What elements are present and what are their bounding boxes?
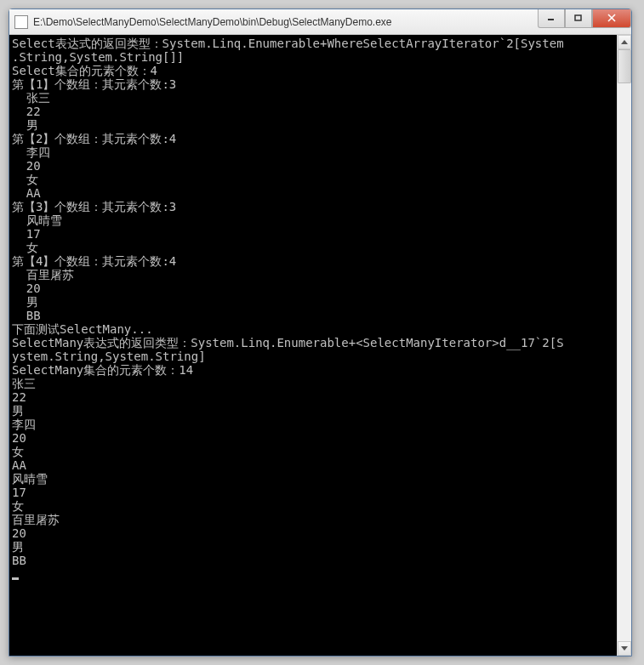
console-line: 20: [12, 281, 614, 295]
console-line: 20: [12, 159, 614, 173]
text-cursor: [12, 577, 19, 580]
close-icon: [607, 13, 617, 23]
maximize-icon: [574, 14, 583, 22]
console-line: 男: [12, 540, 614, 554]
minimize-icon: [547, 14, 556, 22]
chevron-up-icon: [621, 40, 628, 44]
console-line: 风晴雪: [12, 213, 614, 227]
console-line: Select集合的元素个数：4: [12, 64, 614, 77]
console-line: 下面测试SelectMany...: [12, 322, 614, 336]
console-line: 李四: [12, 418, 614, 431]
console-line: AA: [12, 458, 614, 472]
console-line: 男: [12, 118, 614, 132]
console-line: 女: [12, 241, 614, 254]
console-line: 20: [12, 431, 614, 445]
close-button[interactable]: [592, 9, 631, 28]
vertical-scrollbar[interactable]: [617, 35, 631, 656]
scroll-track[interactable]: [618, 49, 631, 641]
console-line: Select表达式的返回类型：System.Linq.Enumerable+Wh…: [12, 37, 614, 50]
console-window: E:\Demo\SelectManyDemo\SelectManyDemo\bi…: [9, 9, 632, 656]
console-line: 22: [12, 105, 614, 118]
console-line: 20: [12, 526, 614, 540]
titlebar[interactable]: E:\Demo\SelectManyDemo\SelectManyDemo\bi…: [9, 9, 631, 35]
chevron-down-icon: [621, 646, 628, 651]
console-line: 李四: [12, 145, 614, 159]
console-output: Select表达式的返回类型：System.Linq.Enumerable+Wh…: [9, 35, 617, 656]
console-line: 第【4】个数组：其元素个数:4: [12, 254, 614, 268]
console-line: 22: [12, 390, 614, 404]
console-line: 女: [12, 445, 614, 458]
console-line: .String,System.String[]]: [12, 50, 614, 64]
scroll-up-button[interactable]: [618, 35, 631, 49]
console-line: 百里屠苏: [12, 513, 614, 526]
app-icon: [14, 15, 28, 29]
console-line: 女: [12, 499, 614, 513]
console-line: 男: [12, 295, 614, 309]
console-body: Select表达式的返回类型：System.Linq.Enumerable+Wh…: [9, 35, 631, 656]
console-line: 男: [12, 404, 614, 418]
console-line: 第【2】个数组：其元素个数:4: [12, 132, 614, 145]
console-line: 张三: [12, 377, 614, 390]
console-line: 张三: [12, 91, 614, 105]
console-line: AA: [12, 186, 614, 200]
scroll-down-button[interactable]: [618, 641, 631, 656]
console-line: BB: [12, 554, 614, 567]
console-line: 风晴雪: [12, 472, 614, 486]
window-title: E:\Demo\SelectManyDemo\SelectManyDemo\bi…: [33, 16, 538, 28]
maximize-button[interactable]: [565, 9, 592, 28]
console-line: SelectMany集合的元素个数：14: [12, 363, 614, 377]
console-line: 第【1】个数组：其元素个数:3: [12, 77, 614, 91]
svg-rect-1: [575, 15, 581, 20]
console-line: 女: [12, 173, 614, 186]
console-line: SelectMany表达式的返回类型：System.Linq.Enumerabl…: [12, 336, 614, 350]
console-line: BB: [12, 309, 614, 322]
console-line: 百里屠苏: [12, 268, 614, 281]
console-line: ystem.String,System.String]: [12, 350, 614, 363]
console-line: 17: [12, 227, 614, 241]
console-line: 第【3】个数组：其元素个数:3: [12, 200, 614, 213]
console-line: 17: [12, 486, 614, 499]
window-controls: [538, 9, 631, 28]
scroll-thumb[interactable]: [618, 49, 631, 83]
minimize-button[interactable]: [538, 9, 565, 28]
